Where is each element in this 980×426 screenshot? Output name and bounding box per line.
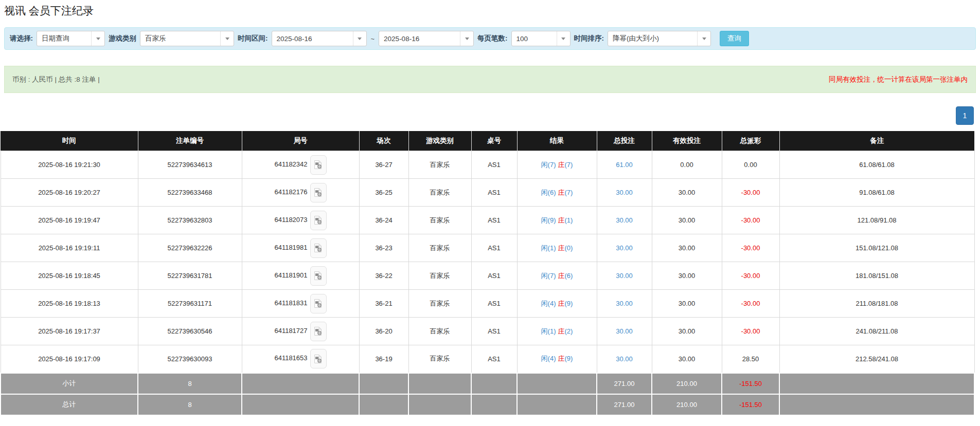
cell-payout: -30.00: [722, 290, 779, 318]
search-button[interactable]: 查询: [720, 31, 749, 46]
total-bet-link[interactable]: 30.00: [616, 327, 633, 335]
page-1-button[interactable]: 1: [956, 106, 974, 125]
select-type-dropdown[interactable]: 日期查询: [37, 31, 105, 46]
video-replay-button[interactable]: [310, 183, 327, 202]
video-replay-button[interactable]: [310, 211, 327, 230]
cell-total-bet: 30.00: [597, 345, 652, 373]
result-banker: 庄: [558, 300, 565, 307]
cell-valid-bet: 30.00: [652, 345, 722, 373]
table-row: 2025-08-16 19:19:47 522739632803 6411820…: [1, 207, 974, 234]
cell-payout: -30.00: [722, 262, 779, 290]
chevron-down-icon[interactable]: [460, 31, 473, 46]
cell-valid-bet: 30.00: [652, 318, 722, 345]
cell-result: 闲(7)庄(7): [517, 151, 597, 179]
date-from-dropdown[interactable]: 2025-08-16: [272, 31, 367, 46]
table-row: 2025-08-16 19:17:09 522739630093 6411816…: [1, 345, 974, 373]
total-bet-link[interactable]: 30.00: [616, 216, 633, 224]
grand-total-payout: -151.50: [722, 394, 779, 415]
page-title: 视讯 会员下注纪录: [4, 4, 980, 17]
cell-time: 2025-08-16 19:18:13: [1, 290, 138, 318]
total-bet-link[interactable]: 30.00: [616, 355, 633, 363]
cell-round-id: 641182073: [242, 207, 359, 234]
result-player: 闲(7): [541, 161, 556, 169]
video-replay-button[interactable]: [310, 294, 327, 313]
page-size-dropdown[interactable]: 100: [511, 31, 571, 46]
game-type-dropdown[interactable]: 百家乐: [140, 31, 234, 46]
total-bet-link[interactable]: 30.00: [616, 244, 633, 252]
result-banker-num: (9): [565, 300, 573, 307]
filter-bar: 请选择: 日期查询 游戏类别 百家乐 时间区间: 2025-08-16 ~ 20…: [4, 27, 976, 50]
cell-table-no: AS1: [471, 234, 517, 262]
total-bet-link[interactable]: 30.00: [616, 189, 633, 196]
table-row: 2025-08-16 19:18:13 522739631171 6411818…: [1, 290, 974, 318]
header-table-no: 桌号: [471, 131, 517, 151]
chevron-down-icon[interactable]: [353, 31, 366, 46]
cell-table-no: AS1: [471, 262, 517, 290]
result-player: 闲(1): [541, 327, 556, 335]
film-icon: [314, 299, 323, 308]
page-size-label: 每页笔数:: [477, 34, 508, 43]
result-banker-num: (1): [565, 216, 573, 224]
cell-table-no: AS1: [471, 318, 517, 345]
film-icon: [314, 243, 323, 253]
cell-session: 36-23: [359, 234, 408, 262]
video-replay-button[interactable]: [310, 349, 327, 368]
cell-session: 36-21: [359, 290, 408, 318]
cell-result: 闲(9)庄(1): [517, 207, 597, 234]
game-type-label: 游戏类别: [109, 34, 136, 43]
result-banker: 庄: [558, 189, 565, 196]
cell-total-bet: 30.00: [597, 207, 652, 234]
total-bet-link[interactable]: 30.00: [616, 300, 633, 307]
cell-session: 36-22: [359, 262, 408, 290]
chevron-down-icon[interactable]: [557, 31, 570, 46]
date-to-dropdown[interactable]: 2025-08-16: [379, 31, 474, 46]
time-range-label: 时间区间:: [238, 34, 268, 43]
result-banker: 庄: [558, 161, 565, 169]
video-replay-button[interactable]: [310, 238, 327, 258]
round-id-text: 641182176: [274, 188, 307, 196]
round-id-text: 641181981: [274, 244, 307, 251]
header-game-type: 游戏类别: [408, 131, 471, 151]
header-session: 场次: [359, 131, 408, 151]
cell-round-id: 641181653: [242, 345, 359, 373]
time-sort-dropdown[interactable]: 降幂(由大到小): [608, 31, 711, 46]
header-remark: 备注: [779, 131, 974, 151]
chevron-down-icon[interactable]: [91, 31, 104, 46]
result-banker: 庄: [558, 244, 565, 252]
select-type-value: 日期查询: [37, 34, 91, 43]
film-icon: [314, 188, 323, 197]
film-icon: [314, 354, 323, 364]
cell-time: 2025-08-16 19:19:11: [1, 234, 138, 262]
table-row: 2025-08-16 19:19:11 522739632226 6411819…: [1, 234, 974, 262]
chevron-down-icon[interactable]: [697, 31, 710, 46]
film-icon: [314, 160, 323, 170]
video-replay-button[interactable]: [310, 266, 327, 286]
subtotal-row: 小计 8 271.00 210.00 -151.50: [1, 373, 974, 394]
video-replay-button[interactable]: [310, 155, 327, 175]
cell-session: 36-27: [359, 151, 408, 179]
cell-remark: 212.58/241.08: [779, 345, 974, 373]
total-bet-link[interactable]: 30.00: [616, 272, 633, 280]
cell-result: 闲(4)庄(9): [517, 290, 597, 318]
summary-bar: 币别 : 人民币 | 总共 :8 注单 | 同局有效投注，统一计算在该局第一张注…: [4, 66, 976, 93]
cell-valid-bet: 30.00: [652, 262, 722, 290]
currency-summary: 币别 : 人民币 | 总共 :8 注单 |: [12, 75, 100, 84]
result-player: 闲(7): [541, 272, 556, 280]
video-replay-button[interactable]: [310, 322, 327, 341]
total-bet-link[interactable]: 61.00: [616, 161, 633, 169]
header-total-bet: 总投注: [597, 131, 652, 151]
cell-round-id: 641181727: [242, 318, 359, 345]
header-bet-id: 注单编号: [138, 131, 242, 151]
grand-total-row: 总计 8 271.00 210.00 -151.50: [1, 394, 974, 415]
chevron-down-icon[interactable]: [220, 31, 234, 46]
header-payout: 总派彩: [722, 131, 779, 151]
cell-bet-id: 522739630093: [138, 345, 242, 373]
table-header: 时间 注单编号 局号 场次 游戏类别 桌号 结果 总投注 有效投注 总派彩 备注: [1, 131, 974, 151]
cell-round-id: 641181981: [242, 234, 359, 262]
cell-total-bet: 30.00: [597, 179, 652, 207]
cell-valid-bet: 0.00: [652, 151, 722, 179]
result-player: 闲(4): [541, 355, 556, 362]
round-id-text: 641182073: [274, 216, 307, 224]
result-player: 闲(4): [541, 300, 556, 307]
result-banker: 庄: [558, 272, 565, 280]
